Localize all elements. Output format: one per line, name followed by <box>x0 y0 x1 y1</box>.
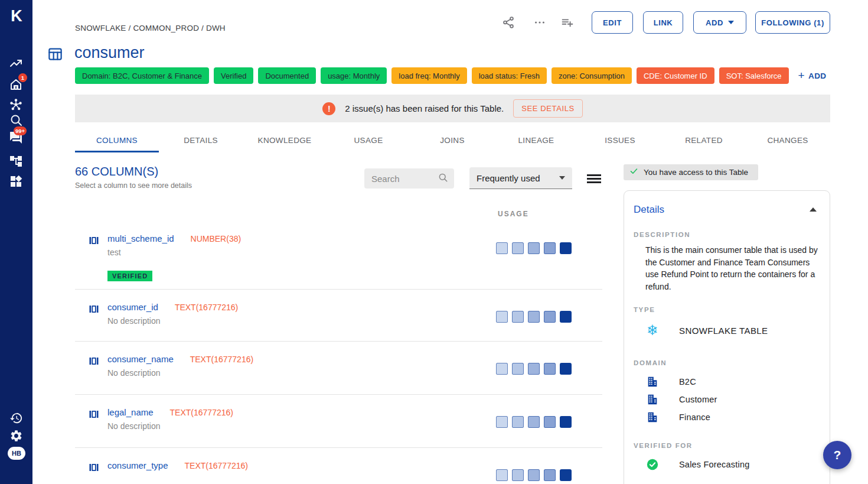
usage-square <box>544 469 556 481</box>
column-name[interactable]: consumer_name <box>107 354 174 364</box>
column-name[interactable]: consumer_type <box>107 460 168 470</box>
tag-chip[interactable]: load freq: Monthly <box>391 67 466 84</box>
column-row[interactable]: consumer_typeTEXT(16777216) <box>75 448 602 484</box>
following-button[interactable]: FOLLOWING (1) <box>755 11 830 34</box>
usage-square <box>512 242 524 254</box>
column-type: TEXT(16777216) <box>170 408 233 417</box>
usage-square <box>544 242 556 254</box>
see-details-button[interactable]: SEE DETAILS <box>513 99 582 118</box>
building-icon <box>645 375 660 389</box>
add-tag-button[interactable]: +ADD <box>798 67 827 84</box>
column-row[interactable]: consumer_nameTEXT(16777216)No descriptio… <box>75 342 602 395</box>
usage-indicator <box>496 416 572 428</box>
usage-square <box>544 416 556 428</box>
tab-related[interactable]: RELATED <box>662 131 746 152</box>
tab-changes[interactable]: CHANGES <box>746 131 830 152</box>
tag-chip[interactable]: SOT: Salesforce <box>719 67 789 84</box>
sidebar-item-messages[interactable]: 99+ <box>9 131 24 146</box>
sidebar-item-apps[interactable] <box>9 174 24 190</box>
warning-icon: ! <box>322 102 335 115</box>
column-row[interactable]: legal_nameTEXT(16777216)No description <box>75 395 602 448</box>
tag-chip[interactable]: Verified <box>214 67 253 84</box>
edit-button[interactable]: EDIT <box>592 11 633 34</box>
domain-item[interactable]: B2C <box>645 375 696 389</box>
avatar[interactable]: HB <box>8 447 25 460</box>
column-name[interactable]: multi_scheme_id <box>107 233 174 243</box>
tab-issues[interactable]: ISSUES <box>578 131 662 152</box>
notification-badge: 1 <box>18 73 27 82</box>
type-row: ❄ SNOWFLAKE TABLE <box>645 323 768 337</box>
tag-chip[interactable]: CDE: Customer ID <box>637 67 714 84</box>
more-options-icon[interactable] <box>533 16 546 29</box>
tab-knowledge[interactable]: KNOWLEDGE <box>243 131 327 152</box>
sidebar-item-insights[interactable] <box>9 56 24 72</box>
usage-indicator <box>496 469 572 481</box>
column-row[interactable]: multi_scheme_idNUMBER(38)testVERIFIED <box>75 221 602 290</box>
tab-joins[interactable]: JOINS <box>410 131 494 152</box>
column-row[interactable]: consumer_idTEXT(16777216)No description <box>75 290 602 342</box>
breadcrumb[interactable]: SNOWFLAKE / COMMON_PROD / DWH <box>75 24 226 33</box>
type-value: SNOWFLAKE TABLE <box>679 326 768 336</box>
app-logo[interactable]: K <box>0 7 32 25</box>
domain-name: Customer <box>679 395 717 404</box>
usage-square <box>496 469 508 481</box>
tag-chip[interactable]: load status: Fresh <box>472 67 547 84</box>
tag-chip[interactable]: Domain: B2C, Customer & Finance <box>75 67 209 84</box>
usage-column-header: USAGE <box>498 210 529 218</box>
column-name[interactable]: legal_name <box>107 407 154 417</box>
tag-chip[interactable]: Documented <box>258 67 316 84</box>
column-name[interactable]: consumer_id <box>107 302 158 312</box>
column-search <box>364 168 454 189</box>
issue-banner-text: 2 issue(s) has been raised for this Tabl… <box>345 103 504 113</box>
add-button[interactable]: ADD <box>693 11 746 34</box>
verified-for-name: Sales Forecasting <box>679 460 749 469</box>
column-main: consumer_nameTEXT(16777216) <box>107 354 253 364</box>
domain-item[interactable]: Customer <box>645 392 717 407</box>
sort-select[interactable]: Frequently used <box>469 167 572 189</box>
add-tag-label: ADD <box>808 72 826 80</box>
tab-lineage[interactable]: LINEAGE <box>494 131 578 152</box>
sidebar-item-settings[interactable] <box>9 429 24 443</box>
widgets-icon <box>9 174 24 189</box>
column-main: multi_scheme_idNUMBER(38) <box>107 233 241 243</box>
search-input[interactable] <box>371 174 438 184</box>
column-type: TEXT(16777216) <box>185 461 248 470</box>
share-icon[interactable] <box>502 16 515 29</box>
playlist-add-icon[interactable] <box>561 16 574 29</box>
plus-icon: + <box>798 69 805 82</box>
link-button[interactable]: LINK <box>643 11 683 34</box>
domain-item[interactable]: Finance <box>645 410 710 424</box>
tab-usage[interactable]: USAGE <box>327 131 410 152</box>
usage-square <box>560 242 572 254</box>
usage-square <box>528 416 540 428</box>
usage-square <box>496 311 508 323</box>
details-panel-title: Details <box>634 204 664 216</box>
verified-for-item: Sales Forecasting <box>645 457 749 472</box>
column-icon <box>87 356 100 366</box>
chevron-down-icon <box>559 176 565 180</box>
sidebar-item-history[interactable] <box>9 411 24 425</box>
list-options-icon[interactable] <box>587 174 601 183</box>
tag-chip[interactable]: zone: Consumption <box>552 67 632 84</box>
sidebar-item-home[interactable]: 1 <box>9 77 24 93</box>
access-banner: You have access to this Table <box>624 164 758 180</box>
help-button[interactable]: ? <box>823 441 851 469</box>
sidebar-item-lineage[interactable] <box>9 154 24 170</box>
domain-name: B2C <box>679 377 696 386</box>
add-button-label: ADD <box>706 18 723 27</box>
column-main: consumer_typeTEXT(16777216) <box>107 460 248 470</box>
verified-badge: VERIFIED <box>107 271 152 281</box>
type-label: TYPE <box>634 306 655 313</box>
collapse-icon[interactable] <box>810 207 817 212</box>
description-label: DESCRIPTION <box>634 231 690 238</box>
usage-square <box>528 311 540 323</box>
tab-details[interactable]: DETAILS <box>159 131 243 152</box>
usage-square <box>528 242 540 254</box>
usage-indicator <box>496 311 572 323</box>
tab-columns[interactable]: COLUMNS <box>75 131 159 152</box>
sidebar-item-explore[interactable] <box>9 98 24 113</box>
column-icon <box>87 409 100 420</box>
usage-square <box>560 363 572 375</box>
usage-square <box>560 311 572 323</box>
tag-chip[interactable]: usage: Monthly <box>321 67 387 84</box>
